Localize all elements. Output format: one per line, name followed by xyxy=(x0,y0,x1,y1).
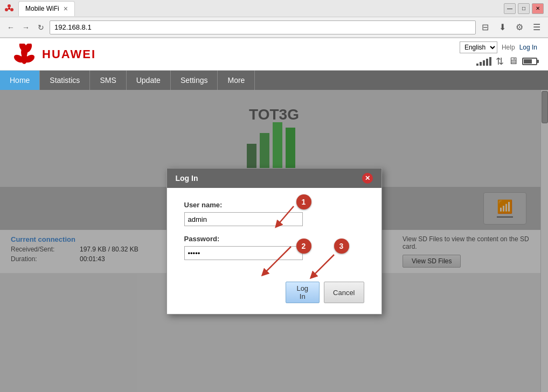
page-header: HUAWEI English Help Log In ⇅ 🖥 xyxy=(0,38,548,71)
nav-update-label: Update xyxy=(136,76,161,85)
dialog-title: Log In xyxy=(176,174,198,183)
title-bar-controls: — □ ✕ xyxy=(504,3,544,14)
arrow-3 xyxy=(296,252,339,284)
header-top-right: English Help Log In xyxy=(460,41,537,53)
refresh-btn[interactable]: ↻ xyxy=(34,21,47,34)
browser-tab[interactable]: Mobile WiFi × xyxy=(18,1,75,16)
login-dialog: Log In ✕ User name: Password: xyxy=(167,168,382,314)
svg-point-1 xyxy=(10,8,13,11)
data-transfer-icon: ⇅ xyxy=(496,55,504,67)
nav-item-statistics[interactable]: Statistics xyxy=(40,71,90,90)
signal-icons: ⇅ 🖥 xyxy=(476,55,537,67)
maximize-btn[interactable]: □ xyxy=(518,3,530,14)
nav-bar: ← → ↻ ⊟ ⬇ ⚙ ☰ xyxy=(0,17,548,38)
svg-line-10 xyxy=(278,206,294,225)
svg-point-3 xyxy=(8,8,10,10)
cancel-btn[interactable]: Cancel xyxy=(324,282,364,303)
battery-icon xyxy=(522,58,537,65)
nav-sms-label: SMS xyxy=(100,76,116,85)
arrow-1 xyxy=(248,201,302,233)
address-bar[interactable] xyxy=(50,20,476,34)
title-bar-left: Mobile WiFi × xyxy=(4,1,75,16)
nav-more-label: More xyxy=(227,76,245,85)
bookmarks-btn[interactable]: ⊟ xyxy=(478,20,492,34)
brand-name: HUAWEI xyxy=(42,47,96,61)
page: HUAWEI English Help Log In ⇅ 🖥 xyxy=(0,38,548,392)
browser-chrome: Mobile WiFi × — □ ✕ ← → ↻ ⊟ ⬇ ⚙ ☰ xyxy=(0,0,548,38)
close-btn[interactable]: ✕ xyxy=(532,3,544,14)
svg-point-9 xyxy=(21,47,27,58)
nav-item-home[interactable]: Home xyxy=(0,71,40,90)
help-link[interactable]: Help xyxy=(502,44,515,51)
svg-point-0 xyxy=(8,4,11,8)
annotation-3: 3 xyxy=(334,239,349,254)
nav-item-settings[interactable]: Settings xyxy=(171,71,218,90)
forward-btn[interactable]: → xyxy=(19,21,32,34)
nav-settings-label: Settings xyxy=(181,76,208,85)
annotation-1: 1 xyxy=(296,194,311,209)
dialog-overlay: Log In ✕ User name: Password: xyxy=(0,90,548,392)
browser-favicon xyxy=(4,4,14,13)
svg-point-2 xyxy=(5,8,8,11)
signal-strength-icon xyxy=(476,57,491,66)
login-submit-btn[interactable]: Log In xyxy=(286,282,320,303)
dialog-header: Log In ✕ xyxy=(167,169,381,188)
nav-item-sms[interactable]: SMS xyxy=(90,71,126,90)
dialog-footer: Log In Cancel xyxy=(167,277,381,314)
back-btn[interactable]: ← xyxy=(4,21,17,34)
tab-title: Mobile WiFi xyxy=(25,5,59,12)
logo-area: HUAWEI xyxy=(11,44,96,65)
main-content: TOT3G 📶 Current connection Received/Sent… xyxy=(0,90,548,392)
title-bar: Mobile WiFi × — □ ✕ xyxy=(0,0,548,17)
nav-item-update[interactable]: Update xyxy=(127,71,171,90)
download-btn[interactable]: ⬇ xyxy=(495,20,509,34)
nav-item-more[interactable]: More xyxy=(218,71,255,90)
nav-icons: ⊟ ⬇ ⚙ ☰ xyxy=(478,20,544,34)
tab-close-btn[interactable]: × xyxy=(64,4,68,13)
language-select[interactable]: English xyxy=(460,41,497,53)
monitor-icon: 🖥 xyxy=(508,55,518,67)
nav-home-label: Home xyxy=(10,76,30,85)
dialog-close-btn[interactable]: ✕ xyxy=(362,173,373,184)
tab-bar: Mobile WiFi × xyxy=(18,1,75,16)
arrow-2 xyxy=(232,244,302,282)
header-right: English Help Log In ⇅ 🖥 xyxy=(460,41,537,67)
nav-statistics-label: Statistics xyxy=(50,76,80,85)
annotation-2: 2 xyxy=(296,239,311,254)
settings-btn[interactable]: ⚙ xyxy=(512,20,526,34)
svg-line-12 xyxy=(313,255,334,276)
minimize-btn[interactable]: — xyxy=(504,3,516,14)
huawei-logo-icon xyxy=(11,44,38,65)
login-link[interactable]: Log In xyxy=(519,44,537,51)
svg-line-11 xyxy=(264,247,291,274)
menu-btn[interactable]: ☰ xyxy=(530,20,544,34)
nav-menu: Home Statistics SMS Update Settings More xyxy=(0,71,548,90)
